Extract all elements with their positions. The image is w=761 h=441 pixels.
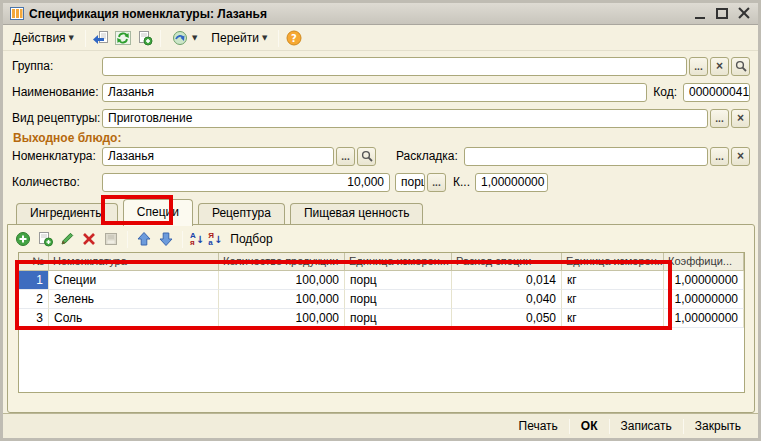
cell-coefficient[interactable]: 1,00000000 xyxy=(664,271,744,290)
column-header-consumption[interactable]: Расход специи xyxy=(452,253,562,271)
recipe-type-clear-button[interactable]: × xyxy=(731,109,750,128)
print-button[interactable]: Печать xyxy=(508,417,569,435)
save-button[interactable]: Записать xyxy=(610,417,683,435)
tab-recipe[interactable]: Рецептура xyxy=(198,203,285,225)
column-header-nomenclature[interactable]: Номенклатура xyxy=(49,253,219,271)
chevron-down-icon: ▼ xyxy=(69,34,74,42)
move-down-icon[interactable] xyxy=(157,230,175,248)
nomenclature-label: Номенклатура: xyxy=(12,149,102,163)
cell-unit2[interactable]: кг xyxy=(562,271,664,290)
cell-name[interactable]: Специи xyxy=(49,271,219,290)
sort-descending-icon[interactable]: Яа ↓ xyxy=(208,232,222,246)
code-label: Код: xyxy=(653,85,683,99)
cell-num[interactable]: 1 xyxy=(19,271,49,290)
toolbar-separator xyxy=(160,30,161,47)
column-header-num[interactable]: № xyxy=(19,253,49,271)
toolbar-separator xyxy=(127,231,128,248)
layout-field[interactable] xyxy=(464,147,708,166)
column-header-unit[interactable]: Единица измерен... xyxy=(345,253,452,271)
ok-button[interactable]: ОК xyxy=(570,417,609,435)
window-icon xyxy=(9,7,24,21)
cell-qty[interactable]: 100,000 xyxy=(219,309,345,328)
layout-lookup-button[interactable]: ... xyxy=(710,147,729,166)
podbor-button[interactable]: Подбор xyxy=(226,231,276,247)
cell-qty[interactable]: 100,000 xyxy=(219,290,345,309)
code-field[interactable]: 000000041 xyxy=(683,83,750,102)
group-lookup-button[interactable]: ... xyxy=(689,57,708,76)
coefficient-field[interactable]: 1,00000000 xyxy=(475,173,548,192)
delete-row-icon[interactable] xyxy=(80,230,98,248)
title-bar[interactable]: Спецификация номенклатуры: Лазанья xyxy=(3,3,758,25)
cell-num[interactable]: 2 xyxy=(19,290,49,309)
cell-consumption[interactable]: 0,014 xyxy=(452,271,562,290)
goto-label: Перейти xyxy=(211,31,259,45)
quantity-field[interactable]: 10,000 xyxy=(102,173,390,192)
column-header-coefficient[interactable]: Коэффици... xyxy=(664,253,744,271)
toolbar-separator xyxy=(85,30,86,47)
coefficient-label: К... xyxy=(453,175,475,189)
actions-button[interactable]: Действия ▼ xyxy=(7,28,80,48)
sort-ascending-icon[interactable]: Ая ↓ xyxy=(190,232,204,246)
reread-icon[interactable] xyxy=(91,29,111,47)
tab-nutrition[interactable]: Пищевая ценность xyxy=(290,203,424,225)
cell-qty[interactable]: 100,000 xyxy=(219,271,345,290)
cell-coefficient[interactable]: 1,00000000 xyxy=(664,290,744,309)
recipe-type-lookup-button[interactable]: ... xyxy=(710,109,729,128)
name-row: Наименование: Лазанья Код: 000000041 xyxy=(12,82,750,102)
close-button[interactable] xyxy=(738,8,750,19)
cell-unit[interactable]: порц xyxy=(345,290,452,309)
minimize-button[interactable] xyxy=(694,8,706,19)
edit-row-icon[interactable] xyxy=(58,230,76,248)
column-header-qty[interactable]: Количество продукции xyxy=(219,253,345,271)
close-form-button[interactable]: Закрыть xyxy=(684,417,752,435)
tab-ingredients[interactable]: Ингредиенты xyxy=(16,203,118,225)
add-copy-icon[interactable] xyxy=(135,29,155,47)
go-button[interactable]: ▼ xyxy=(166,26,203,50)
toolbar-separator xyxy=(182,231,183,248)
cell-name[interactable]: Соль xyxy=(49,309,219,328)
table-toolbar: Ая ↓ Яа ↓ Подбор xyxy=(14,228,277,250)
cell-unit2[interactable]: кг xyxy=(562,309,664,328)
refresh-icon[interactable] xyxy=(113,29,133,47)
go-icon xyxy=(172,29,189,47)
quantity-label: Количество: xyxy=(12,175,102,189)
group-clear-button[interactable]: × xyxy=(710,57,729,76)
cell-consumption[interactable]: 0,050 xyxy=(452,309,562,328)
column-header-unit2[interactable]: Единица измерен... xyxy=(562,253,664,271)
goto-button[interactable]: Перейти ▼ xyxy=(205,28,273,48)
move-up-icon[interactable] xyxy=(135,230,153,248)
table-row: 3 Соль 100,000 порц 0,050 кг 1,00000000 xyxy=(19,309,744,328)
cell-num[interactable]: 3 xyxy=(19,309,49,328)
window-controls xyxy=(694,8,752,19)
help-icon[interactable]: ? xyxy=(284,29,304,47)
nomenclature-field[interactable]: Лазанья xyxy=(102,147,334,166)
table-row: 1 Специи 100,000 порц 0,014 кг 1,0000000… xyxy=(19,271,744,290)
group-label: Группа: xyxy=(12,59,102,73)
group-search-button[interactable] xyxy=(731,57,750,76)
tab-spices[interactable]: Специи xyxy=(123,199,193,226)
cell-coefficient[interactable]: 1,00000000 xyxy=(664,309,744,328)
add-row-icon[interactable] xyxy=(14,230,32,248)
nomenclature-search-button[interactable] xyxy=(357,147,376,166)
group-field[interactable] xyxy=(102,57,687,76)
chevron-down-icon: ▼ xyxy=(262,34,267,42)
maximize-button[interactable] xyxy=(716,8,728,19)
cell-name[interactable]: Зелень xyxy=(49,290,219,309)
app-window: Спецификация номенклатуры: Лазанья Дейст… xyxy=(0,0,761,441)
output-dish-section-label: Выходное блюдо: xyxy=(13,131,121,145)
unit-lookup-button[interactable]: ... xyxy=(427,173,446,192)
copy-row-icon[interactable] xyxy=(36,230,54,248)
group-row: Группа: ... × xyxy=(12,56,750,76)
cell-unit[interactable]: порц xyxy=(345,271,452,290)
layout-clear-button[interactable]: × xyxy=(731,147,750,166)
toolbar-separator xyxy=(278,30,279,47)
down-arrow-glyph: ↓ xyxy=(214,234,222,245)
main-toolbar: Действия ▼ ▼ Перейти ▼ ? xyxy=(3,26,758,51)
nomenclature-lookup-button[interactable]: ... xyxy=(336,147,355,166)
cell-unit2[interactable]: кг xyxy=(562,290,664,309)
cell-unit[interactable]: порц xyxy=(345,309,452,328)
cell-consumption[interactable]: 0,040 xyxy=(452,290,562,309)
recipe-type-field[interactable]: Приготовление xyxy=(102,109,708,128)
name-field[interactable]: Лазанья xyxy=(102,83,647,102)
unit-field[interactable]: порц xyxy=(395,173,425,192)
